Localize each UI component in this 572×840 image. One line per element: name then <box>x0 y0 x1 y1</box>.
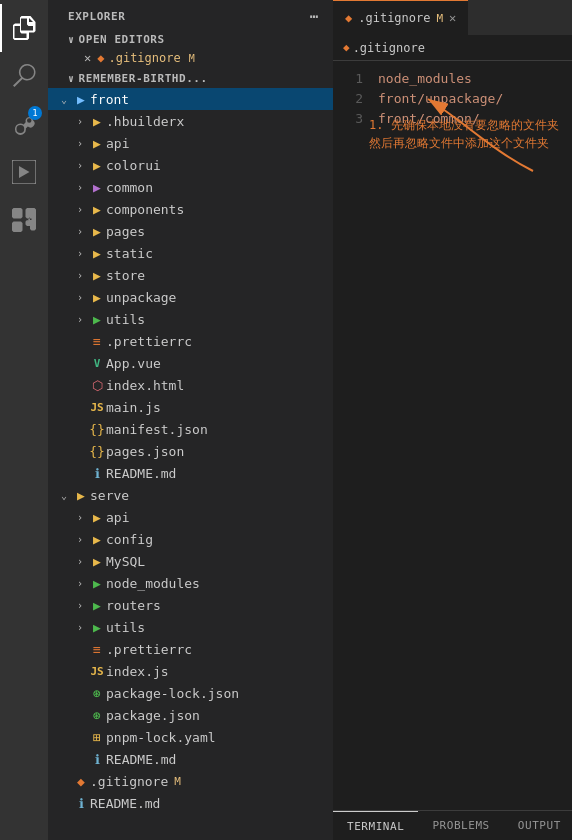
unpackage-label: unpackage <box>106 290 176 305</box>
panel-tab-problems[interactable]: PROBLEMS <box>418 811 503 841</box>
code-line-1: node_modules <box>378 69 572 89</box>
indexhtml-file-icon: ⬡ <box>88 378 106 393</box>
tree-item-pagesjson[interactable]: › {} pages.json <box>48 440 333 462</box>
tree-item-serve-api[interactable]: › ▶ api <box>48 506 333 528</box>
tree-item-pages[interactable]: › ▶ pages <box>48 220 333 242</box>
serve-folder-icon: ▶ <box>72 488 90 503</box>
tree-item-api[interactable]: › ▶ api <box>48 132 333 154</box>
node-modules-chevron-icon: › <box>72 578 88 589</box>
sidebar-header: EXPLORER ⋯ <box>48 0 333 28</box>
file-tree: ⌄ ▶ front › ▶ .hbuilderx › ▶ api › <box>48 88 333 840</box>
open-editors-title[interactable]: ∨ OPEN EDITORS <box>48 30 333 49</box>
tab-bar: ◆ .gitignore M ✕ <box>333 0 572 35</box>
front-utils-chevron-icon: › <box>72 314 88 325</box>
new-file-icon[interactable]: ⋯ <box>308 8 321 24</box>
tree-item-hbuilderx[interactable]: › ▶ .hbuilderx <box>48 110 333 132</box>
tree-item-appvue[interactable]: › V App.vue <box>48 352 333 374</box>
tree-item-serve-utils[interactable]: › ▶ utils <box>48 616 333 638</box>
project-section-title[interactable]: ∨ REMEMBER-BIRTHD... <box>48 69 333 88</box>
store-label: store <box>106 268 145 283</box>
annotation-line2: 然后再忽略文件中添加这个文件夹 <box>369 134 564 152</box>
api-label: api <box>106 136 129 151</box>
editor-area: ◆ .gitignore M ✕ ◆ .gitignore 1 2 3 node… <box>333 0 572 840</box>
routers-chevron-icon: › <box>72 600 88 611</box>
serve-api-label: api <box>106 510 129 525</box>
project-chevron: ∨ <box>68 73 75 84</box>
pagesjson-label: pages.json <box>106 444 184 459</box>
open-editor-gitignore[interactable]: ✕ ◆ .gitignore M <box>48 49 333 67</box>
mysql-label: MySQL <box>106 554 145 569</box>
hbuilderx-folder-icon: ▶ <box>88 114 106 129</box>
project-name: REMEMBER-BIRTHD... <box>79 72 208 85</box>
tree-item-colorui[interactable]: › ▶ colorui <box>48 154 333 176</box>
appvue-file-icon: V <box>88 357 106 370</box>
source-control-activity-icon[interactable]: 1 <box>0 100 48 148</box>
extensions-activity-icon[interactable] <box>0 196 48 244</box>
serve-chevron-icon: ⌄ <box>56 490 72 501</box>
tree-item-node-modules[interactable]: › ▶ node_modules <box>48 572 333 594</box>
tree-item-unpackage[interactable]: › ▶ unpackage <box>48 286 333 308</box>
code-text-1: node_modules <box>378 69 472 89</box>
tree-item-front[interactable]: ⌄ ▶ front <box>48 88 333 110</box>
tree-item-mainjs[interactable]: › JS main.js <box>48 396 333 418</box>
run-activity-icon[interactable] <box>0 148 48 196</box>
hbuilderx-label: .hbuilderx <box>106 114 184 129</box>
mysql-chevron-icon: › <box>72 556 88 567</box>
annotation-container: 1. 先确保本地没有要忽略的文件夹 然后再忽略文件中添加这个文件夹 <box>369 116 564 152</box>
tree-item-static[interactable]: › ▶ static <box>48 242 333 264</box>
front-utils-folder-icon: ▶ <box>88 312 106 327</box>
tree-item-components[interactable]: › ▶ components <box>48 198 333 220</box>
serve-utils-folder-icon: ▶ <box>88 620 106 635</box>
static-chevron-icon: › <box>72 248 88 259</box>
colorui-label: colorui <box>106 158 161 173</box>
source-control-badge: 1 <box>28 106 42 120</box>
tree-item-pnpmlockyaml[interactable]: › ⊞ pnpm-lock.yaml <box>48 726 333 748</box>
tree-item-indexhtml[interactable]: › ⬡ index.html <box>48 374 333 396</box>
tree-item-root-gitignore[interactable]: › ◆ .gitignore M <box>48 770 333 792</box>
serve-prettierrc-icon: ≡ <box>88 642 106 657</box>
code-line-2: front/unpackage/ <box>378 89 572 109</box>
serve-indexjs-label: index.js <box>106 664 169 679</box>
config-folder-icon: ▶ <box>88 532 106 547</box>
breadcrumb: ◆ .gitignore <box>333 35 572 61</box>
api-folder-icon: ▶ <box>88 136 106 151</box>
tree-item-packagejson[interactable]: › ⊛ package.json <box>48 704 333 726</box>
editor-content[interactable]: 1 2 3 node_modules front/unpackage/ fron… <box>333 61 572 810</box>
search-activity-icon[interactable] <box>0 52 48 100</box>
panel-tab-output[interactable]: OUTPUT <box>504 811 572 841</box>
tree-item-prettierrc[interactable]: › ≡ .prettierrc <box>48 330 333 352</box>
tree-item-mysql[interactable]: › ▶ MySQL <box>48 550 333 572</box>
tree-item-packagelockjson[interactable]: › ⊛ package-lock.json <box>48 682 333 704</box>
tree-item-routers[interactable]: › ▶ routers <box>48 594 333 616</box>
files-activity-icon[interactable] <box>0 4 48 52</box>
tree-item-serve[interactable]: ⌄ ▶ serve <box>48 484 333 506</box>
tree-item-manifestjson[interactable]: › {} manifest.json <box>48 418 333 440</box>
tree-item-root-readme[interactable]: › ℹ README.md <box>48 792 333 814</box>
front-utils-label: utils <box>106 312 145 327</box>
tab-close-icon[interactable]: ✕ <box>449 11 456 25</box>
activity-bar: 1 <box>0 0 48 840</box>
front-label: front <box>90 92 129 107</box>
root-gitignore-icon: ◆ <box>72 774 90 789</box>
serve-api-chevron-icon: › <box>72 512 88 523</box>
tree-item-front-utils[interactable]: › ▶ utils <box>48 308 333 330</box>
tree-item-store[interactable]: › ▶ store <box>48 264 333 286</box>
root-readme-icon: ℹ <box>72 796 90 811</box>
tree-item-serve-prettierrc[interactable]: › ≡ .prettierrc <box>48 638 333 660</box>
tree-item-config[interactable]: › ▶ config <box>48 528 333 550</box>
open-editors-section: ∨ OPEN EDITORS ✕ ◆ .gitignore M <box>48 28 333 69</box>
panel-tab-terminal[interactable]: TERMINAL <box>333 811 418 841</box>
close-editor-icon[interactable]: ✕ <box>84 51 91 65</box>
store-folder-icon: ▶ <box>88 268 106 283</box>
tree-item-front-readme[interactable]: › ℹ README.md <box>48 462 333 484</box>
indexhtml-label: index.html <box>106 378 184 393</box>
mainjs-label: main.js <box>106 400 161 415</box>
pages-chevron-icon: › <box>72 226 88 237</box>
tree-item-common[interactable]: › ▶ common <box>48 176 333 198</box>
tree-item-serve-indexjs[interactable]: › JS index.js <box>48 660 333 682</box>
tree-item-serve-readme[interactable]: › ℹ README.md <box>48 748 333 770</box>
tab-gitignore[interactable]: ◆ .gitignore M ✕ <box>333 0 468 35</box>
appvue-label: App.vue <box>106 356 161 371</box>
open-editor-filename: .gitignore <box>108 51 180 65</box>
common-label: common <box>106 180 153 195</box>
